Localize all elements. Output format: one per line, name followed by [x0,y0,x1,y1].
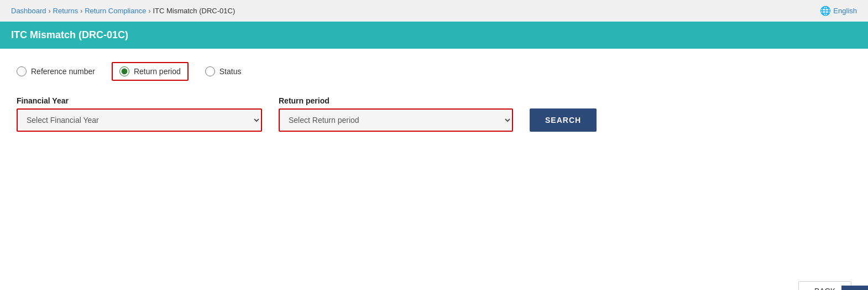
main-content: Reference number Return period Status Fi… [0,49,868,270]
radio-highlighted-box: Return period [112,62,189,81]
radio-item-reference-number[interactable]: Reference number [17,66,95,76]
breadcrumb-current: ITC Mismatch (DRC-01C) [153,7,235,15]
breadcrumb-sep-1: › [49,7,51,15]
return-period-select-wrapper: Select Return period January February Ma… [279,108,513,132]
financial-year-select-wrapper: Select Financial Year 2023-24 2022-23 20… [17,108,262,132]
radio-label-return-period: Return period [134,67,181,76]
breadcrumb-sep-3: › [148,7,150,15]
breadcrumb: Dashboard › Returns › Return Compliance … [0,0,868,22]
return-period-select[interactable]: Select Return period January February Ma… [280,110,512,131]
language-label: English [833,7,857,15]
financial-year-group: Financial Year Select Financial Year 202… [17,96,262,132]
radio-group: Reference number Return period Status [17,62,851,81]
radio-item-return-period[interactable]: Return period [119,66,181,76]
financial-year-select[interactable]: Select Financial Year 2023-24 2022-23 20… [18,110,261,131]
form-row: Financial Year Select Financial Year 202… [17,96,851,132]
breadcrumb-sep-2: › [80,7,82,15]
breadcrumb-returns[interactable]: Returns [53,7,79,15]
search-button[interactable]: SEARCH [530,108,597,132]
scroll-to-top-button[interactable]: ▲ [841,286,868,290]
radio-reference-number[interactable] [17,66,27,76]
radio-label-reference-number: Reference number [31,67,95,76]
breadcrumb-dashboard[interactable]: Dashboard [11,7,46,15]
radio-status[interactable] [205,66,215,76]
return-period-label: Return period [279,96,513,105]
return-period-group: Return period Select Return period Janua… [279,96,513,132]
page-header: ITC Mismatch (DRC-01C) [0,22,868,49]
back-area: BACK [0,270,868,290]
page-title: ITC Mismatch (DRC-01C) [11,29,128,40]
page-wrapper: Dashboard › Returns › Return Compliance … [0,0,868,290]
language-selector[interactable]: 🌐 English [820,6,857,16]
financial-year-label: Financial Year [17,96,262,105]
radio-return-period[interactable] [119,66,129,76]
radio-label-status: Status [219,67,242,76]
radio-item-status[interactable]: Status [205,66,242,76]
globe-icon: 🌐 [820,6,831,16]
breadcrumb-return-compliance[interactable]: Return Compliance [85,7,146,15]
